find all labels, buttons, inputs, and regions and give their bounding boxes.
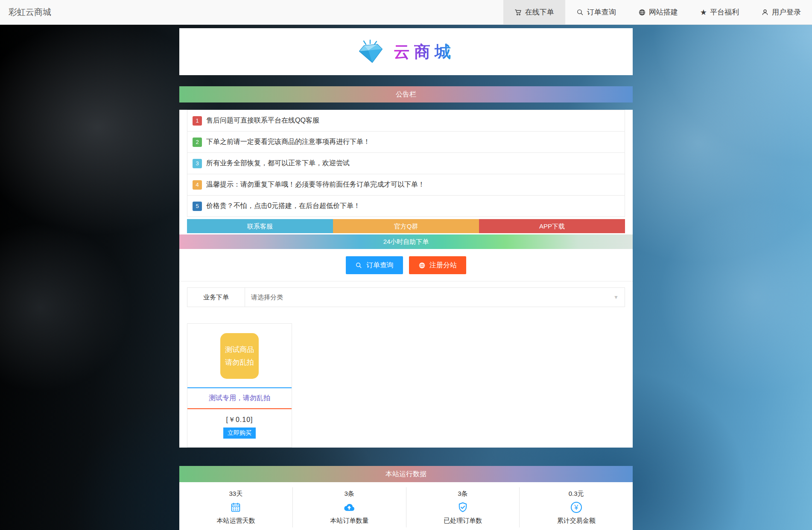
buy-now-button[interactable]: 立即购买 bbox=[223, 428, 256, 439]
calendar-icon bbox=[230, 501, 242, 514]
product-image-text: 测试商品 bbox=[225, 343, 254, 356]
announcement-item: 3 所有业务全部恢复，都可以正常下单，欢迎尝试 bbox=[187, 153, 625, 174]
official-qq-group-button[interactable]: 官方Q群 bbox=[333, 219, 479, 233]
shield-check-icon bbox=[457, 501, 469, 514]
announcement-header: 公告栏 bbox=[179, 86, 633, 102]
stat-value: 33天 bbox=[229, 490, 243, 498]
announcement-number-badge: 3 bbox=[193, 159, 202, 168]
category-select[interactable]: 请选择分类 ▼ bbox=[245, 288, 625, 307]
stats-header: 本站运行数据 bbox=[179, 466, 633, 482]
order-query-button[interactable]: 订单查询 bbox=[346, 256, 403, 274]
announcement-item: 1 售后问题可直接联系平台在线QQ客服 bbox=[187, 110, 625, 132]
register-substation-button[interactable]: 注册分站 bbox=[409, 256, 466, 274]
stat-total-transactions: 0.3元 ¥ 累计交易金额 bbox=[520, 487, 633, 527]
announcement-number-badge: 1 bbox=[193, 116, 202, 126]
self-service-banner: 24小时自助下单 bbox=[179, 234, 633, 249]
action-buttons-row: 订单查询 注册分站 bbox=[187, 249, 625, 281]
stat-label: 累计交易金额 bbox=[557, 517, 596, 525]
stat-label: 已处理订单数 bbox=[444, 517, 482, 525]
announcement-number-badge: 5 bbox=[193, 202, 202, 211]
announcement-item: 4 温馨提示：请勿重复下单哦！必须要等待前面任务订单完成才可以下单！ bbox=[187, 174, 625, 196]
nav-item-user-login[interactable]: 用户登录 bbox=[750, 0, 812, 24]
main-column: 云商城 公告栏 1 售后问题可直接联系平台在线QQ客服 2 下单之前请一定要看完… bbox=[179, 28, 633, 530]
globe-icon bbox=[638, 9, 646, 16]
main-panel: 1 售后问题可直接联系平台在线QQ客服 2 下单之前请一定要看完该商品的注意事项… bbox=[179, 110, 633, 448]
stat-processed-orders: 3条 已处理订单数 bbox=[406, 487, 520, 527]
announcement-text: 价格贵？不怕，点击0元搭建，在后台超低价下单！ bbox=[206, 202, 360, 211]
star-icon: ★ bbox=[700, 9, 707, 16]
announcement-text: 所有业务全部恢复，都可以正常下单，欢迎尝试 bbox=[206, 159, 350, 168]
stat-order-count: 3条 本站订单数量 bbox=[293, 487, 406, 527]
nav-item-site-build[interactable]: 网站搭建 bbox=[627, 0, 689, 24]
cart-icon bbox=[514, 9, 522, 16]
topbar: 彩虹云商城 在线下单 订单查询 网站搭建 ★ 平台福利 用户登录 bbox=[0, 0, 812, 25]
product-card: 测试商品 请勿乱拍 测试专用，请勿乱拍 [￥0.10] 立即购买 bbox=[187, 323, 292, 448]
nav-item-label: 用户登录 bbox=[772, 7, 801, 17]
announcement-text: 温馨提示：请勿重复下单哦！必须要等待前面任务订单完成才可以下单！ bbox=[206, 180, 425, 189]
chevron-down-icon: ▼ bbox=[613, 294, 619, 300]
stat-value: 3条 bbox=[458, 490, 467, 498]
cloud-upload-icon bbox=[343, 501, 355, 514]
announcement-item: 5 价格贵？不怕，点击0元搭建，在后台超低价下单！ bbox=[187, 196, 625, 217]
site-brand[interactable]: 彩虹云商城 bbox=[0, 6, 51, 18]
category-select-value: 请选择分类 bbox=[251, 293, 283, 302]
nav-item-label: 平台福利 bbox=[710, 7, 739, 17]
app-download-button[interactable]: APP下载 bbox=[479, 219, 625, 233]
product-price: [￥0.10] bbox=[187, 416, 292, 425]
quick-links-row: 联系客服 官方Q群 APP下载 bbox=[187, 219, 625, 233]
announcement-number-badge: 2 bbox=[193, 138, 202, 147]
product-title: 测试专用，请勿乱拍 bbox=[187, 388, 292, 408]
product-image-text: 请勿乱拍 bbox=[225, 356, 254, 369]
announcement-text: 下单之前请一定要看完该商品的注意事项再进行下单！ bbox=[206, 138, 370, 146]
stat-label: 本站运营天数 bbox=[216, 517, 255, 525]
announcement-number-badge: 4 bbox=[193, 180, 202, 190]
nav-item-label: 网站搭建 bbox=[649, 7, 678, 17]
order-query-label: 订单查询 bbox=[366, 261, 394, 270]
order-form-row: 业务下单 请选择分类 ▼ bbox=[187, 287, 625, 307]
stat-value: 3条 bbox=[344, 490, 354, 498]
stat-value: 0.3元 bbox=[569, 490, 584, 498]
stat-operating-days: 33天 本站运营天数 bbox=[179, 487, 293, 527]
announcement-text: 售后问题可直接联系平台在线QQ客服 bbox=[206, 116, 319, 125]
stat-label: 本站订单数量 bbox=[330, 517, 368, 525]
announcement-item: 2 下单之前请一定要看完该商品的注意事项再进行下单！ bbox=[187, 132, 625, 153]
logo-title: 云商城 bbox=[394, 41, 455, 63]
divider bbox=[187, 408, 292, 409]
order-form-label: 业务下单 bbox=[187, 288, 245, 307]
top-nav: 在线下单 订单查询 网站搭建 ★ 平台福利 用户登录 bbox=[503, 0, 812, 24]
logo-box: 云商城 bbox=[179, 28, 633, 75]
register-substation-label: 注册分站 bbox=[429, 261, 457, 270]
search-icon bbox=[355, 262, 362, 269]
diamond-icon bbox=[357, 39, 384, 64]
divider bbox=[179, 281, 633, 281]
nav-item-online-order[interactable]: 在线下单 bbox=[503, 0, 565, 24]
nav-item-order-query[interactable]: 订单查询 bbox=[565, 0, 627, 24]
nav-item-label: 在线下单 bbox=[525, 7, 554, 17]
user-icon bbox=[761, 9, 769, 16]
yen-circle-icon: ¥ bbox=[571, 501, 582, 514]
nav-item-platform-benefits[interactable]: ★ 平台福利 bbox=[689, 0, 750, 24]
stats-body: 33天 本站运营天数 3条 bbox=[179, 482, 633, 530]
nav-item-label: 订单查询 bbox=[587, 7, 616, 17]
contact-support-button[interactable]: 联系客服 bbox=[187, 219, 333, 233]
globe-icon bbox=[418, 262, 426, 269]
product-image[interactable]: 测试商品 请勿乱拍 bbox=[220, 333, 259, 379]
search-icon bbox=[576, 9, 584, 16]
announcement-list: 1 售后问题可直接联系平台在线QQ客服 2 下单之前请一定要看完该商品的注意事项… bbox=[187, 110, 625, 217]
